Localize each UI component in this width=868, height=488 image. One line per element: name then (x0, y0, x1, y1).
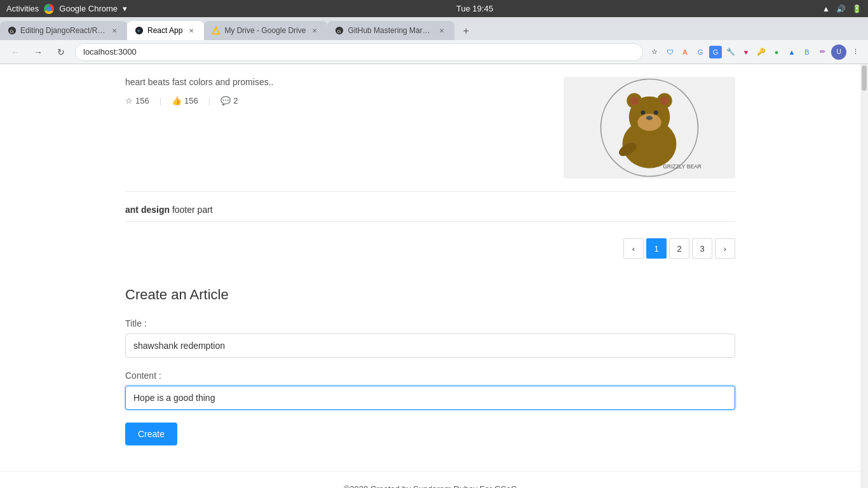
article-text: heart beats fast colors and promises.. (125, 77, 551, 87)
svg-text:⚛: ⚛ (137, 29, 140, 33)
footer-brand: ant design (125, 205, 170, 215)
pagination-page-2[interactable]: 2 (669, 238, 689, 259)
back-button[interactable]: ← (6, 43, 24, 61)
drive-favicon (212, 26, 220, 35)
ext-8-icon[interactable]: ✏ (816, 46, 829, 58)
divider-1: | (159, 96, 161, 105)
tab-title-4: GitHub Mastering Markdown · Gi... (348, 26, 433, 35)
title-label: Title : (125, 318, 735, 329)
ext-6-icon[interactable]: ▲ (785, 46, 798, 58)
content-label: Content : (125, 370, 735, 381)
battery-icon: 🔋 (852, 4, 862, 13)
create-article-section: Create an Article Title : Content : C (125, 274, 735, 471)
footer-copyright: ©2020 Created by Sundaram Dubey For GSoC (344, 484, 517, 488)
tab-title-2: React App (147, 26, 182, 35)
tab-title-3: My Drive - Google Drive (224, 26, 306, 35)
svg-point-15 (641, 111, 645, 115)
svg-text:GRIZZLY BEAR: GRIZZLY BEAR (663, 163, 702, 170)
user-avatar[interactable]: U (831, 44, 846, 60)
comments-stat: 💬 2 (220, 96, 238, 105)
create-button[interactable]: Create (125, 423, 177, 445)
title-input[interactable] (125, 334, 735, 358)
tab-close-2[interactable]: ✕ (186, 25, 196, 36)
like-icon: 👍 (172, 96, 182, 105)
new-tab-button[interactable]: + (457, 22, 475, 40)
os-bar-left: Activities Google Chrome ▾ (6, 4, 127, 14)
article-teaser: heart beats fast colors and promises.. ☆… (125, 64, 735, 192)
main-content-area: heart beats fast colors and promises.. ☆… (112, 64, 748, 471)
content-input[interactable] (125, 386, 735, 410)
comments-count: 2 (233, 96, 238, 105)
stars-stat: ☆ 156 (125, 96, 149, 105)
os-time: Tue 19:45 (127, 4, 822, 13)
page-footer: ©2020 Created by Sundaram Dubey For GSoC (0, 471, 860, 488)
pagination-prev[interactable]: ‹ (623, 238, 644, 259)
tab-close-1[interactable]: ✕ (109, 25, 119, 36)
react-favicon: ⚛ (135, 26, 144, 35)
svg-point-12 (630, 97, 639, 105)
chrome-icon (44, 4, 54, 14)
os-bar: Activities Google Chrome ▾ Tue 19:45 ▲ 🔊… (0, 0, 868, 17)
svg-point-16 (654, 111, 658, 115)
reload-button[interactable]: ↻ (52, 43, 70, 61)
wifi-icon: ▲ (822, 4, 830, 13)
tab-title-1: Editing DjangoReact/REA... (20, 26, 105, 35)
stars-count: 156 (135, 96, 149, 105)
pagination-page-1[interactable]: 1 (646, 238, 667, 259)
github-favicon-2: G (335, 26, 344, 35)
bookmark-star-icon[interactable]: ☆ (648, 46, 661, 58)
article-image: GRIZZLY BEAR (564, 77, 735, 179)
scrollbar[interactable] (860, 64, 868, 488)
tab-bar: G Editing DjangoReact/REA... ✕ ⚛ React A… (0, 17, 868, 40)
browser-extension-icons: ☆ 🛡 A G G 🔧 ♥ 🔑 ● ▲ B ✏ U ⋮ (648, 44, 862, 60)
comment-icon: 💬 (220, 96, 231, 105)
tab-github-markdown[interactable]: G GitHub Mastering Markdown · Gi... ✕ (327, 21, 454, 40)
os-status-icons: ▲ 🔊 🔋 (822, 4, 862, 13)
likes-count: 156 (184, 96, 198, 105)
tab-editing-django[interactable]: G Editing DjangoReact/REA... ✕ (0, 21, 127, 40)
menu-icon[interactable]: ⋮ (849, 46, 862, 58)
svg-text:G: G (10, 29, 14, 34)
title-form-group: Title : (125, 318, 735, 358)
tab-close-3[interactable]: ✕ (309, 25, 320, 36)
article-teaser-left: heart beats fast colors and promises.. ☆… (125, 77, 551, 179)
forward-button[interactable]: → (29, 43, 47, 61)
article-stats: ☆ 156 | 👍 156 | 💬 2 (125, 96, 551, 105)
tab-close-4[interactable]: ✕ (437, 25, 447, 36)
footer-text: footer part (170, 205, 213, 215)
ext-a-icon[interactable]: A (679, 46, 691, 58)
pagination-next[interactable]: › (715, 238, 735, 259)
page-content: heart beats fast colors and promises.. ☆… (0, 64, 868, 488)
ext-2-icon[interactable]: 🔧 (724, 46, 737, 58)
create-article-heading: Create an Article (125, 287, 735, 303)
ext-3-icon[interactable]: ♥ (740, 46, 752, 58)
ext-7-icon[interactable]: B (801, 46, 813, 58)
star-icon: ☆ (125, 96, 133, 105)
shield-icon[interactable]: 🛡 (663, 46, 676, 58)
pagination: ‹ 1 2 3 › (125, 232, 735, 274)
ext-g-icon[interactable]: G (694, 46, 707, 58)
likes-stat: 👍 156 (172, 96, 198, 105)
svg-text:G: G (337, 29, 341, 34)
ext-1-icon[interactable]: G (709, 46, 722, 58)
svg-marker-4 (213, 27, 220, 34)
content-form-group: Content : (125, 370, 735, 410)
ext-5-icon[interactable]: ● (770, 46, 783, 58)
url-bar[interactable]: localhost:3000 (75, 43, 643, 61)
dropdown-arrow-icon: ▾ (123, 4, 127, 13)
tab-google-drive[interactable]: My Drive - Google Drive ✕ (204, 21, 327, 40)
divider-2: | (208, 96, 210, 105)
scroll-thumb[interactable] (862, 65, 867, 91)
tab-react-app[interactable]: ⚛ React App ✕ (127, 21, 204, 40)
ext-4-icon[interactable]: 🔑 (755, 46, 768, 58)
svg-point-13 (660, 97, 669, 105)
activities-label[interactable]: Activities (6, 4, 39, 13)
bear-svg: GRIZZLY BEAR (595, 77, 703, 179)
address-bar: ← → ↻ localhost:3000 ☆ 🛡 A G G 🔧 ♥ 🔑 ● ▲… (0, 40, 868, 64)
github-favicon-1: G (8, 26, 17, 35)
browser-label[interactable]: Google Chrome (59, 4, 118, 13)
article-teaser-right: GRIZZLY BEAR (564, 77, 735, 179)
browser-frame: G Editing DjangoReact/REA... ✕ ⚛ React A… (0, 17, 868, 488)
svg-point-17 (646, 116, 653, 120)
pagination-page-3[interactable]: 3 (692, 238, 712, 259)
